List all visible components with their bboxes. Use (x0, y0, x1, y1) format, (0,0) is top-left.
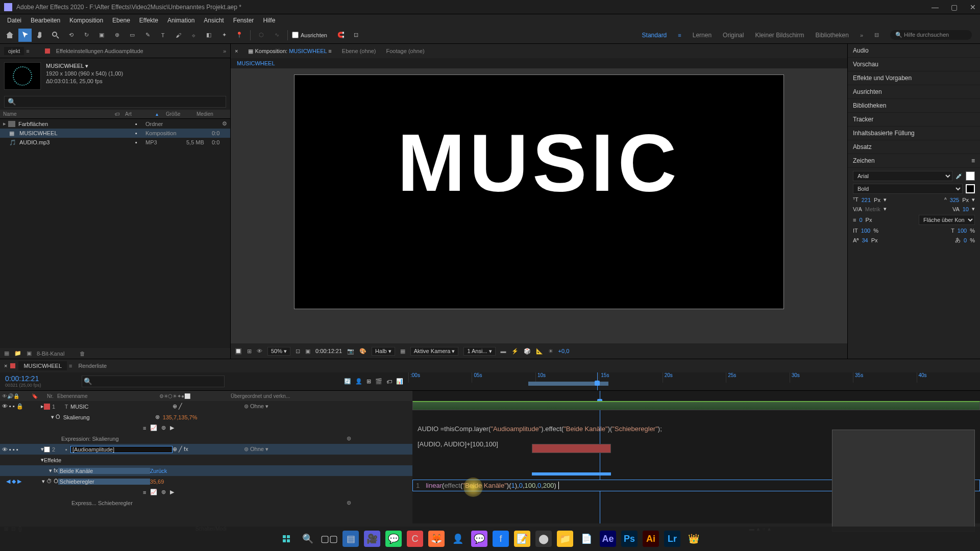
taskbar-messenger[interactable]: 💬 (471, 531, 487, 547)
menu-fenster[interactable]: Fenster (229, 15, 258, 26)
project-search-input[interactable] (4, 96, 226, 108)
track-playhead[interactable] (600, 391, 600, 523)
prop-both-channels[interactable]: ▾ fx Beide Kanäle Zurück (0, 465, 412, 476)
rotate-tool[interactable]: ↻ (80, 29, 93, 42)
comp-tab-marker[interactable]: × (235, 48, 238, 54)
taskbar-notes[interactable]: 📝 (514, 531, 530, 547)
color-depth[interactable]: 8-Bit-Kanal (37, 350, 64, 357)
roi-icon[interactable]: ▣ (305, 348, 310, 355)
stroke-mode-dropdown[interactable]: Fläche über Kon... (919, 215, 975, 225)
workspace-bibliotheken[interactable]: Bibliotheken (815, 32, 848, 39)
menu-effekte[interactable]: Effekte (135, 15, 162, 26)
taskbar-windows[interactable] (278, 531, 295, 547)
project-item-folder[interactable]: ▸ Farbflächen ▪ Ordner ⚙ (0, 119, 230, 129)
guides-icon[interactable]: 📐 (536, 348, 543, 355)
snap-options-icon[interactable]: ⊡ (350, 29, 363, 42)
col-name[interactable]: Name (3, 111, 115, 117)
expr-graph-icon[interactable]: 📈 (150, 424, 157, 431)
channel-icon[interactable]: 🎨 (359, 348, 366, 355)
taskbar-files[interactable]: 📁 (557, 531, 573, 547)
prop-effects[interactable]: ▾Effekte (0, 455, 412, 465)
taskbar-firefox[interactable]: 🦊 (428, 531, 445, 547)
tracking-value[interactable]: 10 (963, 206, 969, 212)
track-music[interactable] (412, 401, 980, 410)
curve-icon[interactable]: ∿ (270, 29, 283, 42)
menu-ansicht[interactable]: Ansicht (200, 15, 228, 26)
composition-tab[interactable]: ▦ Komposition: MUSICWHEEL ≡ (248, 48, 331, 55)
baseline-value[interactable]: 34 (862, 237, 868, 243)
font-family-dropdown[interactable]: Arial (853, 171, 952, 181)
reset-link[interactable]: Zurück (150, 468, 167, 474)
layer-audioamplitude[interactable]: 👁 ▪ ▪ ▪ ▾ 2 ▪ [Audioamplitude] ⊕ ╱ fx ⊚ … (0, 444, 412, 455)
snap-icon[interactable]: 🧲 (334, 29, 348, 42)
workspace-kleiner[interactable]: Kleiner Bildschirm (755, 32, 804, 39)
panel-tracker[interactable]: Tracker (848, 113, 980, 127)
shape-tool[interactable]: ▭ (126, 29, 139, 42)
zoom-dropdown[interactable]: 50% ▾ (267, 347, 290, 356)
taskbar-editor[interactable]: 📄 (578, 531, 595, 547)
taskbar-anydesk[interactable]: 👤 (450, 531, 466, 547)
pixel-aspect-icon[interactable]: ▬ (501, 348, 506, 354)
expr2-toggle-icon[interactable]: ≡ (143, 489, 146, 495)
taskbar-explorer[interactable]: ▤ (342, 531, 359, 547)
tl-icon1[interactable]: 🔄 (344, 378, 351, 385)
tsume-value[interactable]: 0 (964, 237, 967, 243)
mesh-icon[interactable]: ⬡ (255, 29, 268, 42)
expr-toggle-icon[interactable]: ≡ (143, 425, 146, 431)
taskbar-whatsapp[interactable]: 💬 (385, 531, 402, 547)
timeline-timecode[interactable]: 0:00:12:21 (5, 374, 71, 383)
project-tab[interactable]: ojekt (4, 47, 24, 55)
taskbar-misc[interactable]: 👑 (685, 531, 702, 547)
minimize-button[interactable]: — (932, 3, 939, 11)
renderlist-tab[interactable]: Renderliste (72, 361, 113, 370)
orbit-tool[interactable]: ⟲ (64, 29, 78, 42)
fast-preview-icon[interactable]: ⚡ (511, 348, 519, 355)
panel-vorschau[interactable]: Vorschau (848, 58, 980, 71)
menu-animation[interactable]: Animation (163, 15, 199, 26)
pen-tool[interactable]: ✎ (141, 29, 154, 42)
scale-value[interactable]: 135,7,135,7% (163, 414, 198, 420)
clone-tool[interactable]: ⟐ (187, 29, 200, 42)
brush-tool[interactable]: 🖌 (172, 29, 185, 42)
col-art[interactable]: Art (125, 111, 156, 117)
workspace-standard[interactable]: Standard (642, 32, 667, 39)
views-dropdown[interactable]: 1 Ansi... ▾ (463, 347, 495, 356)
tl-icon6[interactable]: 📊 (396, 378, 403, 385)
panel-absatz[interactable]: Absatz (848, 140, 980, 154)
close-button[interactable]: ✕ (970, 3, 976, 11)
expr2-pickwhip-icon[interactable]: ⊚ (161, 489, 166, 495)
menu-datei[interactable]: Datei (3, 15, 26, 26)
tl-icon4[interactable]: 🎬 (375, 378, 382, 385)
taskbar-video[interactable]: 🎥 (364, 531, 380, 547)
align-checkbox[interactable] (292, 32, 299, 38)
vscale-value[interactable]: 100 (861, 228, 870, 234)
project-item-audio[interactable]: 🎵 AUDIO.mp3 ▪ MP3 5,5 MB 0:0 (0, 138, 230, 147)
pan-behind-tool[interactable]: ⊕ (110, 29, 124, 42)
prop-scale[interactable]: ▾ Ö Skalierung ⊗ 135,7,135,7% (0, 412, 412, 422)
panel-effekte[interactable]: Effekte und Vorgaben (848, 71, 980, 85)
hand-tool[interactable] (34, 29, 47, 42)
roto-tool[interactable]: ✦ (217, 29, 231, 42)
text-tool[interactable]: T (156, 29, 169, 42)
taskbar-ae[interactable]: Ae (600, 531, 616, 547)
timeline-search[interactable] (82, 375, 225, 387)
stroke-swatch[interactable] (966, 184, 975, 193)
tl-icon5[interactable]: 🏷 (386, 379, 392, 385)
exposure-value[interactable]: +0,0 (558, 348, 570, 354)
3d-icon[interactable]: 🎲 (524, 348, 531, 355)
eyedropper-icon[interactable]: 💉 (955, 173, 963, 180)
project-item-comp[interactable]: ▦ MUSICWHEEL ▪ Komposition 0:0 (0, 129, 230, 138)
menu-bearbeiten[interactable]: Bearbeiten (27, 15, 64, 26)
trash-icon[interactable]: 🗑 (80, 350, 85, 357)
tl-icon3[interactable]: ⊞ (366, 378, 371, 385)
effects-settings-label[interactable]: Effekteinstellungen Audioamplitude (56, 48, 143, 54)
panel-bibliotheken[interactable]: Bibliotheken (848, 99, 980, 113)
taskbar-ps[interactable]: Ps (621, 531, 638, 547)
panel-audio[interactable]: Audio (848, 44, 980, 58)
puppet-tool[interactable]: 📍 (233, 29, 246, 42)
taskbar-lr[interactable]: Lr (664, 531, 680, 547)
comp-breadcrumb[interactable]: MUSICWHEEL (231, 58, 847, 68)
home-icon[interactable] (3, 29, 16, 42)
expr2-graph-icon[interactable]: 📈 (150, 489, 157, 495)
taskbar-search[interactable]: 🔍 (300, 531, 316, 547)
